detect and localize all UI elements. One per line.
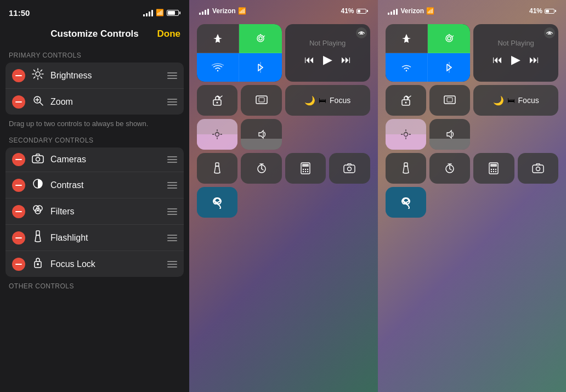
cc1-airplay-icon[interactable] xyxy=(356,27,367,38)
zoom-remove-button[interactable] xyxy=(12,95,25,109)
zoom-drag-handle[interactable] xyxy=(167,99,177,105)
cc2-airplane-btn[interactable] xyxy=(386,24,428,53)
cc2-status-bar: Verizon 📶 41% xyxy=(382,0,562,22)
cc2-screen-mirror-btn[interactable] xyxy=(429,85,470,116)
cc2-moon-icon: 🌙 xyxy=(493,95,504,106)
cc2-airplay-icon[interactable] xyxy=(544,27,555,38)
cc2-row2: 🌙 🛏 Focus xyxy=(386,85,559,116)
cc2-timer-btn[interactable] xyxy=(429,153,470,184)
secondary-section-label: SECONDARY CONTROLS xyxy=(0,131,189,147)
cc1-bed-icon: 🛏 xyxy=(319,96,326,105)
contrast-remove-button[interactable] xyxy=(12,179,25,192)
cc1-airplane-btn[interactable] xyxy=(197,24,239,53)
signal-icon xyxy=(143,9,153,16)
cc2-now-playing: Not Playing ⏮ ▶ ⏭ xyxy=(473,24,558,82)
cc-content-1: Verizon 📶 41% xyxy=(189,0,378,225)
cc1-timer-btn[interactable] xyxy=(241,153,281,184)
secondary-controls-list: Cameras Contrast xyxy=(5,147,184,277)
zoom-control-item: Zoom xyxy=(5,89,184,115)
cc1-moon-icon: 🌙 xyxy=(304,95,315,106)
cc-content-2: Verizon 📶 41% xyxy=(378,0,567,225)
cc2-flashlight-btn[interactable] xyxy=(386,153,426,184)
cc2-focus-btn[interactable]: 🌙 🛏 Focus xyxy=(473,85,558,116)
cc2-main-grid: Not Playing ⏮ ▶ ⏭ xyxy=(382,22,562,221)
cc1-rewind-btn[interactable]: ⏮ xyxy=(304,54,314,66)
cc1-bluetooth-btn[interactable] xyxy=(239,53,281,82)
brightness-remove-button[interactable] xyxy=(12,69,25,82)
cameras-remove-button[interactable] xyxy=(12,153,25,166)
cc1-playback-controls: ⏮ ▶ ⏭ xyxy=(304,53,351,67)
cc2-wifi-btn[interactable] xyxy=(386,53,428,82)
focus-lock-remove-button[interactable] xyxy=(12,258,25,271)
svg-point-27 xyxy=(217,102,218,104)
cc1-focus-btn[interactable]: 🌙 🛏 Focus xyxy=(285,85,370,116)
cc2-wifi-icon: 📶 xyxy=(426,7,434,15)
cc2-rewind-btn[interactable]: ⏮ xyxy=(493,54,502,66)
svg-point-46 xyxy=(305,171,306,172)
cc2-calculator-btn[interactable] xyxy=(473,153,514,184)
cc1-brightness-slider[interactable] xyxy=(197,119,237,150)
cc1-main-grid: Not Playing ⏮ ▶ ⏭ xyxy=(194,22,373,221)
cc1-screen-mirror-btn[interactable] xyxy=(241,85,281,116)
cc2-bluetooth-btn[interactable] xyxy=(428,53,470,82)
cc1-row4 xyxy=(197,153,370,184)
cc2-connectivity xyxy=(386,24,471,82)
cc2-camera-btn[interactable] xyxy=(518,153,558,184)
cc1-volume-slider[interactable] xyxy=(241,119,281,150)
focus-lock-drag-handle[interactable] xyxy=(167,261,177,268)
contrast-drag-handle[interactable] xyxy=(167,182,177,189)
contrast-label: Contrast xyxy=(50,180,162,190)
cc2-row3 xyxy=(386,119,559,150)
cc2-brightness-slider[interactable] xyxy=(386,119,426,150)
svg-point-42 xyxy=(303,169,304,170)
focus-lock-control-item: Focus Lock xyxy=(5,251,184,277)
svg-rect-57 xyxy=(447,98,452,102)
cc1-carrier: Verizon xyxy=(212,7,236,15)
svg-point-43 xyxy=(305,169,306,170)
brightness-control-item: Brightness xyxy=(5,63,184,89)
cc1-screen-lock-btn[interactable] xyxy=(197,85,237,116)
brightness-drag-handle[interactable] xyxy=(167,72,177,79)
done-button[interactable]: Done xyxy=(157,29,181,39)
cc2-play-btn[interactable]: ▶ xyxy=(511,53,520,67)
cc2-row4 xyxy=(386,153,559,184)
cc2-screen-lock-btn[interactable] xyxy=(386,85,426,116)
zoom-label: Zoom xyxy=(50,97,162,107)
cameras-drag-handle[interactable] xyxy=(167,156,177,163)
cc1-status-bar: Verizon 📶 41% xyxy=(194,0,373,22)
cc2-volume-slider[interactable] xyxy=(429,119,470,150)
status-icons: 📶 xyxy=(143,9,180,16)
focus-lock-label: Focus Lock xyxy=(50,259,162,269)
svg-rect-56 xyxy=(444,96,455,104)
cc2-carrier: Verizon xyxy=(401,7,424,15)
svg-line-66 xyxy=(450,169,451,170)
status-time: 11:50 xyxy=(9,8,30,18)
cc2-cellular-btn[interactable] xyxy=(428,24,470,53)
filters-remove-button[interactable] xyxy=(12,205,25,218)
cc1-calculator-btn[interactable] xyxy=(285,153,326,184)
cc1-play-btn[interactable]: ▶ xyxy=(323,53,332,67)
cc1-wifi-btn[interactable] xyxy=(197,53,239,82)
cc1-flashlight-btn[interactable] xyxy=(197,153,237,184)
cc1-battery-icon xyxy=(356,9,368,14)
cc2-battery-percent: 41% xyxy=(529,7,542,15)
svg-rect-48 xyxy=(344,165,355,173)
cc1-signal-icon xyxy=(199,7,209,15)
filters-drag-handle[interactable] xyxy=(167,208,177,215)
cc2-forward-btn[interactable]: ⏭ xyxy=(529,54,539,66)
primary-section-label: PRIMARY CONTROLS xyxy=(0,46,189,63)
cc1-focus-label: Focus xyxy=(330,96,350,105)
cc1-cellular-btn[interactable] xyxy=(239,24,281,53)
filters-control-item: Filters xyxy=(5,198,184,225)
flashlight-remove-button[interactable] xyxy=(12,231,25,245)
flashlight-drag-handle[interactable] xyxy=(167,235,177,241)
svg-rect-69 xyxy=(490,164,497,167)
cc2-status-left: Verizon 📶 xyxy=(388,7,435,15)
cc1-shazam-btn[interactable] xyxy=(197,187,237,218)
cc1-camera-btn[interactable] xyxy=(329,153,370,184)
cc2-shazam-btn[interactable] xyxy=(386,187,426,218)
svg-point-23 xyxy=(259,37,262,40)
svg-line-38 xyxy=(262,169,263,170)
cc1-forward-btn[interactable]: ⏭ xyxy=(341,54,351,66)
svg-point-72 xyxy=(495,169,496,170)
